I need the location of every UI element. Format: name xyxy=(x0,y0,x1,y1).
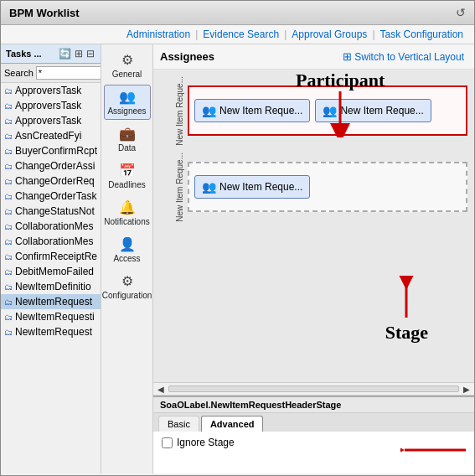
search-label: Search xyxy=(4,68,34,78)
task-icon: 🗂 xyxy=(4,162,13,171)
nav-item-configuration[interactable]: ⚙ Configuration xyxy=(104,269,151,304)
ignore-stage-label: Ignore Stage xyxy=(177,437,235,448)
data-icon: 💼 xyxy=(119,126,136,142)
list-item[interactable]: 🗂NewItemRequest xyxy=(1,324,101,339)
list-item[interactable]: 🗂NewItemRequesti xyxy=(1,309,101,324)
stage-side-label-1: New Item Reque... xyxy=(175,76,184,146)
stages-wrapper: Participant Stage xyxy=(153,70,474,396)
list-item[interactable]: 🗂NewItemDefinitio xyxy=(1,279,101,294)
nav-approval-groups[interactable]: Approval Groups xyxy=(292,28,367,40)
stage-container: New Item Reque... 👥 New Item Reque... 👥 … xyxy=(175,76,467,222)
list-item[interactable]: 🗂ChangeOrderTask xyxy=(1,189,101,204)
list-item[interactable]: 🗂ApproversTask xyxy=(1,98,101,113)
task-icon: 🗂 xyxy=(4,101,13,111)
stage-box-1[interactable]: 👥 New Item Reque... 👥 New Item Reque... xyxy=(188,85,467,136)
list-item[interactable]: 🗂ApproversTask xyxy=(1,83,101,98)
list-item[interactable]: 🗂CollaborationMes xyxy=(1,234,101,249)
nav-label-assignees: Assignees xyxy=(107,106,146,116)
reset-icon[interactable]: ↺ xyxy=(456,6,466,19)
task-icon: 🗂 xyxy=(4,192,13,201)
task-icon: 🗂 xyxy=(4,147,13,156)
nav-label-configuration: Configuration xyxy=(102,291,152,300)
title-bar: BPM Worklist ↺ xyxy=(1,1,474,25)
switch-layout-icon: ⊞ xyxy=(343,50,352,63)
nav-item-access[interactable]: 👤 Access xyxy=(104,232,151,267)
nav-evidence-search[interactable]: Evidence Search xyxy=(203,28,279,40)
participant-icon-1: 👥 xyxy=(202,104,216,117)
scroll-right-icon[interactable]: ▶ xyxy=(461,385,472,394)
nav-item-data[interactable]: 💼 Data xyxy=(104,122,151,157)
main-layout: Tasks ... 🔄 ⊞ ⊟ Search 🗂ApproversTask 🗂A… xyxy=(1,44,474,473)
task-icon: 🗂 xyxy=(4,116,13,126)
bottom-panel: SoaOLabel.NewItemRequestHeaderStage Basi… xyxy=(153,396,474,473)
switch-layout-button[interactable]: ⊞ Switch to Vertical Layout xyxy=(339,49,467,65)
participant-node-1[interactable]: 👥 New Item Reque... xyxy=(194,99,310,122)
nav-item-deadlines[interactable]: 📅 Deadlines xyxy=(104,158,151,194)
window-title: BPM Worklist xyxy=(9,7,80,19)
configuration-icon: ⚙ xyxy=(121,273,133,289)
tasks-icons: 🔄 ⊞ ⊟ xyxy=(58,48,96,60)
task-icon: 🗂 xyxy=(4,132,13,141)
nav-label-general: General xyxy=(112,70,142,79)
task-icon: 🗂 xyxy=(4,86,13,96)
list-item-selected[interactable]: 🗂NewItemRequest xyxy=(1,294,101,309)
task-icon: 🗂 xyxy=(4,298,13,307)
task-icon: 🗂 xyxy=(4,267,13,277)
list-item[interactable]: 🗂CollaborationMes xyxy=(1,219,101,234)
top-nav: Administration | Evidence Search | Appro… xyxy=(1,25,474,44)
tab-basic[interactable]: Basic xyxy=(158,416,199,432)
nav-item-general[interactable]: ⚙ General xyxy=(104,48,151,83)
stage-row-2: New Item Reque... 👥 New Item Reque... xyxy=(175,153,467,222)
bottom-tabs: Basic Advanced xyxy=(153,413,474,432)
participant-node-2[interactable]: 👥 New Item Reque... xyxy=(315,99,431,122)
participant-icon-2: 👥 xyxy=(323,104,337,117)
stage-side-label-2: New Item Reque... xyxy=(175,153,184,222)
tasks-header: Tasks ... 🔄 ⊞ ⊟ xyxy=(1,44,101,64)
stages-area: New Item Reque... 👥 New Item Reque... 👥 … xyxy=(153,70,474,382)
participant-node-3[interactable]: 👥 New Item Reque... xyxy=(194,175,310,199)
nav-label-deadlines: Deadlines xyxy=(108,180,145,189)
participant-icon-3: 👥 xyxy=(202,180,216,194)
list-item[interactable]: 🗂BuyerConfirmRcpt xyxy=(1,143,101,158)
stage-row-1: New Item Reque... 👥 New Item Reque... 👥 … xyxy=(175,76,467,146)
task-icon: 🗂 xyxy=(4,252,13,261)
tasks-expand-icon[interactable]: ⊞ xyxy=(74,48,84,60)
ignore-stage-checkbox[interactable] xyxy=(162,437,173,448)
tasks-refresh-icon[interactable]: 🔄 xyxy=(58,48,72,60)
list-item[interactable]: 🗂ConfirmReceiptRe xyxy=(1,249,101,264)
list-item[interactable]: 🗂AsnCreatedFyi xyxy=(1,128,101,143)
task-icon: 🗂 xyxy=(4,207,13,216)
participant-label-3: New Item Reque... xyxy=(219,181,302,193)
nav-administration[interactable]: Administration xyxy=(126,28,190,40)
assignees-toolbar: Assignees ⊞ Switch to Vertical Layout xyxy=(153,44,474,70)
list-item[interactable]: 🗂DebitMemoFailed xyxy=(1,264,101,279)
list-item[interactable]: 🗂ChangeStatusNot xyxy=(1,204,101,219)
task-icon: 🗂 xyxy=(4,237,13,246)
task-icon: 🗂 xyxy=(4,313,13,322)
nav-item-assignees[interactable]: 👥 Assignees xyxy=(104,85,151,120)
task-icon: 🗂 xyxy=(4,177,13,186)
nav-label-access: Access xyxy=(113,254,140,263)
notifications-icon: 🔔 xyxy=(119,199,136,215)
assignees-panel: Assignees ⊞ Switch to Vertical Layout Pa… xyxy=(153,44,474,473)
nav-item-notifications[interactable]: 🔔 Notifications xyxy=(104,195,151,230)
list-item[interactable]: 🗂ApproversTask xyxy=(1,113,101,128)
nav-label-notifications: Notifications xyxy=(104,217,149,226)
scroll-track[interactable] xyxy=(168,385,459,392)
switch-layout-label: Switch to Vertical Layout xyxy=(354,51,464,63)
task-list: 🗂ApproversTask 🗂ApproversTask 🗂Approvers… xyxy=(1,83,101,473)
stage-box-2[interactable]: 👥 New Item Reque... xyxy=(188,162,467,212)
list-item[interactable]: 🗂ChangeOrderReq xyxy=(1,173,101,189)
deadlines-icon: 📅 xyxy=(119,163,136,178)
tasks-collapse-icon[interactable]: ⊟ xyxy=(85,48,96,60)
assignees-title: Assignees xyxy=(160,50,214,63)
nav-label-data: Data xyxy=(118,143,136,153)
bottom-content: Ignore Stage xyxy=(153,432,474,473)
search-input[interactable] xyxy=(36,66,101,80)
list-item[interactable]: 🗂ChangeOrderAssi xyxy=(1,158,101,173)
nav-task-configuration[interactable]: Task Configuration xyxy=(380,28,463,40)
task-icon: 🗂 xyxy=(4,328,13,337)
tasks-label: Tasks ... xyxy=(6,49,42,59)
tab-advanced[interactable]: Advanced xyxy=(201,416,264,432)
scroll-left-icon[interactable]: ◀ xyxy=(155,385,167,394)
